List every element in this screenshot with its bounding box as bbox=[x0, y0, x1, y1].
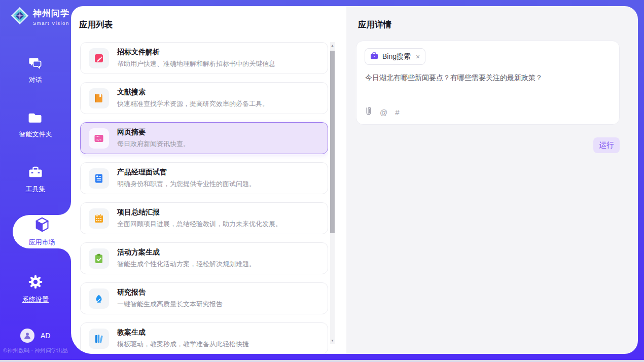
app-card-desc: 一键智能生成高质量长文本研究报告 bbox=[117, 300, 223, 309]
sidebar-item-toolset[interactable]: 工具集 bbox=[0, 163, 71, 197]
app-card-pm-interviewer[interactable]: 产品经理面试官 明确身份和职责，为您提供专业性的面试问题。 bbox=[80, 162, 328, 194]
close-icon[interactable]: × bbox=[416, 53, 420, 61]
app-card-desc: 模板驱动，教案秒成，教学准备从此轻松快捷 bbox=[117, 340, 249, 349]
app-card-desc: 明确身份和职责，为您提供专业性的面试问题。 bbox=[117, 179, 256, 189]
list-scrollbar[interactable]: ▲ ▼ bbox=[330, 42, 335, 344]
query-card: Bing搜索 × 今日湖北有哪些新闻要点？有哪些需要关注的最新政策？ @ # bbox=[356, 41, 620, 125]
paperclip-icon[interactable] bbox=[365, 106, 372, 118]
app-detail-title: 应用详情 bbox=[358, 19, 391, 30]
app-card-title: 文献搜索 bbox=[117, 88, 269, 97]
app-card-desc: 帮助用户快速、准确地理解和解析招标书中的关键信息 bbox=[117, 59, 275, 68]
folder-icon bbox=[28, 112, 43, 126]
app-card-lesson-plan[interactable]: 教案生成 模板驱动，教案秒成，教学准备从此轻松快捷 bbox=[80, 322, 328, 354]
sidebar-item-settings[interactable]: 系统设置 bbox=[0, 273, 71, 306]
sidebar-item-label: 系统设置 bbox=[22, 295, 49, 304]
attach-toolbar: @ # bbox=[365, 106, 400, 118]
user-account[interactable]: AD bbox=[20, 329, 50, 343]
app-list-title: 应用列表 bbox=[79, 19, 113, 30]
diamond-logo-icon bbox=[10, 6, 29, 27]
sidebar-item-smart-folder[interactable]: 智能文件夹 bbox=[0, 108, 71, 142]
app-card-desc: 每日政府新闻资讯快查。 bbox=[117, 139, 190, 149]
scroll-down-icon[interactable]: ▼ bbox=[330, 337, 335, 344]
app-card-activity-plan[interactable]: 活动方案生成 智能生成个性化活动方案，轻松解决规划难题。 bbox=[80, 242, 328, 274]
resume-icon bbox=[89, 168, 109, 189]
at-icon[interactable]: @ bbox=[380, 108, 387, 117]
books-icon bbox=[89, 329, 109, 349]
query-text[interactable]: 今日湖北有哪些新闻要点？有哪些需要关注的最新政策？ bbox=[365, 74, 611, 83]
app-card-list: 招标文件解析 帮助用户快速、准确地理解和解析招标书中的关键信息 文献搜索 快速精… bbox=[80, 42, 328, 354]
notch-bottom-curve bbox=[58, 248, 71, 262]
run-button[interactable]: 运行 bbox=[593, 137, 620, 153]
clipboard-check-icon bbox=[89, 248, 109, 269]
app-card-title: 项目总结汇报 bbox=[117, 208, 282, 217]
scrollbar-thumb[interactable] bbox=[330, 51, 335, 233]
avatar bbox=[20, 329, 34, 343]
app-card-title: 网页摘要 bbox=[117, 128, 190, 137]
app-card-title: 教案生成 bbox=[117, 328, 249, 337]
app-card-desc: 快速精准查找学术资源，提高研究效率的必备工具。 bbox=[117, 99, 269, 108]
user-name: AD bbox=[41, 332, 50, 340]
app-card-title: 产品经理面试官 bbox=[117, 168, 256, 177]
calendar-icon bbox=[89, 208, 109, 229]
app-detail-panel: 应用详情 Bing搜索 × 今日湖北有哪些新闻要点？有哪些需要关注的最新政策？ bbox=[346, 6, 638, 354]
ink-pen-icon bbox=[89, 288, 109, 309]
tool-tag-label: Bing搜索 bbox=[382, 52, 411, 61]
sidebar: 神州问学 Smart Vision 对话 智能文件夹 bbox=[0, 0, 71, 362]
app-card-research-report[interactable]: 研究报告 一键智能生成高质量长文本研究报告 bbox=[80, 282, 328, 314]
app-card-title: 研究报告 bbox=[117, 288, 223, 297]
app-card-literature-search[interactable]: 文献搜索 快速精准查找学术资源，提高研究效率的必备工具。 bbox=[80, 82, 328, 114]
app-card-desc: 全面回顾项目进展，总结经验教训，助力未来优化发展。 bbox=[117, 220, 282, 229]
app-list-panel: 应用列表 招标文件解析 帮助用户快速、准确地理解和解析招标书中的关键信息 bbox=[71, 6, 346, 354]
sidebar-item-label: 工具集 bbox=[26, 185, 46, 194]
app-card-web-summary[interactable]: </> 网页摘要 每日政府新闻资讯快查。 bbox=[80, 122, 328, 154]
copyright-text: ©神州数码 · 神州问学出品 bbox=[3, 347, 68, 354]
chat-icon bbox=[28, 56, 43, 71]
toolbox-icon bbox=[28, 166, 43, 180]
briefcase-icon bbox=[370, 52, 378, 61]
web-code-icon: </> bbox=[89, 128, 109, 149]
brand-name: 神州问学 bbox=[33, 8, 69, 19]
sidebar-item-app-market[interactable]: 应用市场 bbox=[13, 215, 71, 248]
book-icon bbox=[89, 88, 109, 108]
notch-top-curve bbox=[58, 202, 71, 215]
app-card-title: 招标文件解析 bbox=[117, 48, 275, 57]
app-card-title: 活动方案生成 bbox=[117, 248, 256, 257]
scroll-up-icon[interactable]: ▲ bbox=[330, 42, 335, 49]
cube-icon bbox=[34, 216, 50, 235]
sidebar-item-label: 智能文件夹 bbox=[19, 130, 52, 139]
sidebar-item-chat[interactable]: 对话 bbox=[0, 54, 71, 87]
edit-square-icon bbox=[89, 48, 109, 68]
tool-tag-bing-search[interactable]: Bing搜索 × bbox=[365, 48, 425, 65]
sidebar-item-label: 应用市场 bbox=[29, 238, 55, 247]
brand-subtitle: Smart Vision bbox=[33, 20, 69, 26]
brand-logo: 神州问学 Smart Vision bbox=[10, 6, 69, 27]
gear-icon bbox=[28, 275, 43, 291]
main-content: 应用列表 招标文件解析 帮助用户快速、准确地理解和解析招标书中的关键信息 bbox=[71, 6, 638, 354]
svg-text:</>: </> bbox=[96, 137, 102, 141]
app-card-desc: 智能生成个性化活动方案，轻松解决规划难题。 bbox=[117, 260, 256, 269]
app-card-project-summary[interactable]: 项目总结汇报 全面回顾项目进展，总结经验教训，助力未来优化发展。 bbox=[80, 202, 328, 234]
app-card-bid-analysis[interactable]: 招标文件解析 帮助用户快速、准确地理解和解析招标书中的关键信息 bbox=[80, 42, 328, 74]
hash-icon[interactable]: # bbox=[395, 108, 399, 117]
sidebar-item-label: 对话 bbox=[29, 76, 42, 85]
